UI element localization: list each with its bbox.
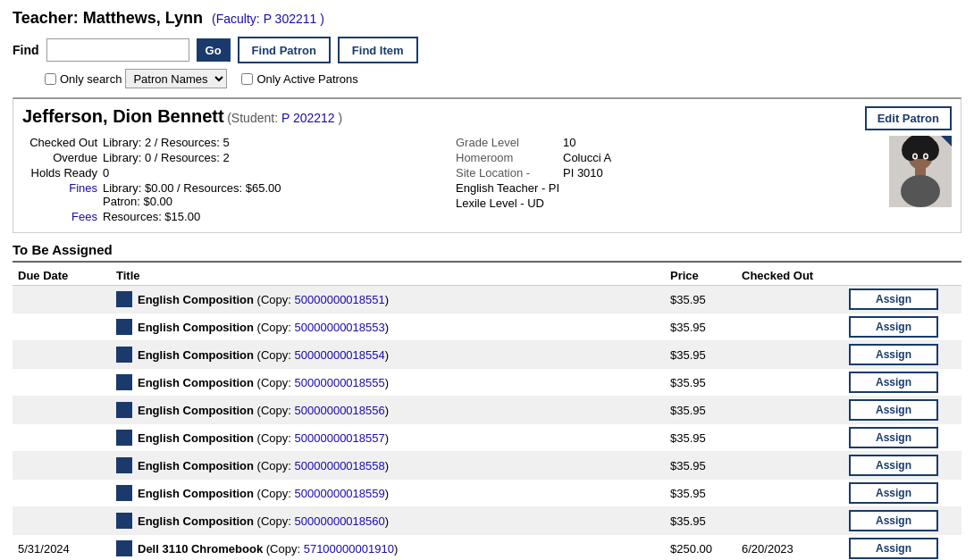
checked-out-cell: 6/20/2023: [742, 542, 849, 556]
fines-label: Fines: [22, 181, 103, 208]
grade-value: 10: [563, 136, 575, 149]
assign-button[interactable]: Assign: [849, 427, 938, 448]
table-row: English Composition (Copy: 5000000001855…: [13, 452, 961, 480]
price-cell: $35.95: [670, 404, 742, 417]
copy-link[interactable]: 50000000018553: [295, 321, 385, 334]
price-cell: $35.95: [670, 293, 742, 306]
header-row: Teacher: Matthews, Lynn (Faculty: P 3022…: [13, 9, 961, 28]
find-item-button[interactable]: Find Item: [338, 37, 418, 63]
copy-link[interactable]: 50000000018554: [295, 348, 385, 362]
title-text: English Composition (Copy: 5000000001855…: [138, 404, 389, 417]
title-text: English Composition (Copy: 5000000001855…: [138, 348, 389, 362]
assign-button[interactable]: Assign: [849, 455, 938, 476]
title-text: English Composition (Copy: 5000000001856…: [138, 514, 389, 528]
faculty-info: (Faculty: P 302211 ): [212, 12, 324, 26]
title-text: English Composition (Copy: 5000000001855…: [138, 321, 389, 334]
patron-info-right: Grade Level 10 Homeroom Colucci A Site L…: [456, 136, 871, 225]
edit-patron-button[interactable]: Edit Patron: [865, 106, 952, 130]
items-container: English Composition (Copy: 5000000001855…: [13, 286, 961, 560]
assign-cell: Assign: [849, 372, 956, 393]
title-text: English Composition (Copy: 5000000001855…: [138, 431, 389, 445]
fees-value: Resources: $15.00: [103, 210, 200, 223]
teacher-name: Matthews, Lynn: [83, 9, 203, 27]
find-row: Find Go Find Patron Find Item: [13, 37, 961, 63]
only-search-label[interactable]: Only search Patron Names: [45, 69, 227, 88]
lexile-level: Lexile Level - UD: [456, 196, 544, 210]
assign-button[interactable]: Assign: [849, 288, 938, 310]
table-row: English Composition (Copy: 5000000001855…: [13, 397, 961, 424]
english-teacher: English Teacher - PI: [456, 181, 559, 195]
patron-photo-svg: [889, 136, 952, 207]
teacher-label: Teacher: Matthews, Lynn: [13, 9, 203, 28]
site-value: PI 3010: [563, 166, 603, 180]
assign-cell: Assign: [849, 482, 956, 504]
item-icon: [116, 291, 132, 307]
assign-button[interactable]: Assign: [849, 344, 938, 365]
price-cell: $35.95: [670, 514, 742, 528]
copy-link[interactable]: 50000000018551: [295, 293, 385, 306]
page-wrapper: Teacher: Matthews, Lynn (Faculty: P 3022…: [0, 0, 974, 560]
title-cell: English Composition (Copy: 5000000001855…: [116, 291, 670, 307]
title-text: English Composition (Copy: 5000000001855…: [138, 459, 389, 472]
table-row: English Composition (Copy: 5000000001855…: [13, 341, 961, 369]
find-input[interactable]: [46, 38, 189, 62]
patron-id-link[interactable]: P 202212: [281, 111, 335, 125]
assign-button[interactable]: Assign: [849, 372, 938, 393]
checked-out-label: Checked Out: [22, 136, 103, 149]
assign-button[interactable]: Assign: [849, 510, 938, 531]
copy-link[interactable]: 50000000018559: [295, 487, 385, 500]
assign-button[interactable]: Assign: [849, 399, 938, 421]
price-cell: $35.95: [670, 376, 742, 389]
col-title: Title: [116, 269, 670, 282]
homeroom-label: Homeroom: [456, 151, 563, 164]
assign-button[interactable]: Assign: [849, 316, 938, 338]
copy-link[interactable]: 57100000001910: [304, 542, 394, 556]
patron-section: Jefferson, Dion Bennett (Student: P 2022…: [13, 97, 961, 233]
table-row: English Composition (Copy: 5000000001855…: [13, 424, 961, 452]
title-text: Dell 3110 Chromebook (Copy: 571000000019…: [138, 542, 398, 556]
item-icon: [116, 347, 132, 363]
item-icon: [116, 485, 132, 501]
copy-link[interactable]: 50000000018555: [295, 376, 385, 389]
go-button[interactable]: Go: [197, 38, 231, 62]
assign-cell: Assign: [849, 510, 956, 531]
overdue-value: Library: 0 / Resources: 2: [103, 151, 230, 164]
faculty-link[interactable]: P 302211: [264, 12, 317, 26]
assign-button[interactable]: Assign: [849, 482, 938, 504]
patron-type: (Student: P 202212 ): [227, 111, 342, 125]
item-icon: [116, 374, 132, 390]
assign-button[interactable]: Assign: [849, 538, 938, 559]
title-cell: English Composition (Copy: 5000000001856…: [116, 513, 670, 529]
patron-info-left: Checked Out Library: 2 / Resources: 5 Ov…: [22, 136, 438, 225]
copy-link[interactable]: 50000000018557: [295, 431, 385, 445]
item-icon: [116, 319, 132, 335]
item-icon: [116, 402, 132, 418]
copy-link[interactable]: 50000000018560: [295, 514, 385, 528]
only-active-checkbox[interactable]: [241, 73, 253, 85]
fines-value: Library: $0.00 / Resources: $65.00 Patro…: [103, 181, 281, 208]
title-text: English Composition (Copy: 5000000001855…: [138, 293, 389, 306]
options-row: Only search Patron Names Only Active Pat…: [45, 69, 961, 88]
price-cell: $35.95: [670, 487, 742, 500]
copy-link[interactable]: 50000000018556: [295, 404, 385, 417]
search-type-select[interactable]: Patron Names: [125, 69, 227, 88]
title-cell: English Composition (Copy: 5000000001855…: [116, 347, 670, 363]
teacher-prefix: Teacher:: [13, 9, 79, 27]
title-text: English Composition (Copy: 5000000001855…: [138, 376, 389, 389]
assign-cell: Assign: [849, 399, 956, 421]
only-search-checkbox[interactable]: [45, 73, 56, 85]
item-icon: [116, 513, 132, 529]
assign-cell: Assign: [849, 538, 956, 559]
only-active-label[interactable]: Only Active Patrons: [241, 72, 357, 86]
price-cell: $250.00: [670, 542, 742, 556]
patron-name-block: Jefferson, Dion Bennett (Student: P 2022…: [22, 106, 342, 127]
price-cell: $35.95: [670, 348, 742, 362]
find-label: Find: [13, 43, 39, 57]
patron-header: Jefferson, Dion Bennett (Student: P 2022…: [22, 106, 952, 130]
site-label: Site Location -: [456, 166, 563, 180]
copy-link[interactable]: 50000000018558: [295, 459, 385, 472]
checked-out-value: Library: 2 / Resources: 5: [103, 136, 230, 149]
svg-point-10: [925, 155, 928, 158]
find-patron-button[interactable]: Find Patron: [238, 37, 331, 63]
table-header: Due Date Title Price Checked Out: [13, 266, 961, 286]
